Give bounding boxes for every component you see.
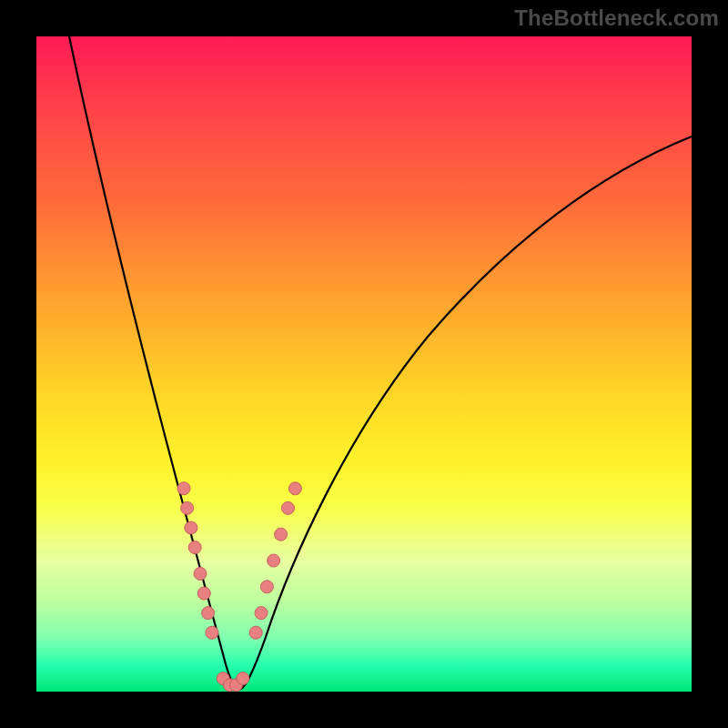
marker-dot: [249, 626, 262, 639]
marker-dot: [197, 587, 210, 600]
marker-dot: [268, 554, 280, 567]
marker-dot: [288, 482, 301, 495]
chart-frame: TheBottleneck.com: [0, 0, 728, 728]
marker-dot: [202, 607, 215, 620]
curve-svg: [36, 36, 692, 692]
marker-dot: [177, 482, 190, 495]
marker-dot: [260, 581, 273, 593]
bottleneck-curve: [69, 36, 692, 690]
marker-dot: [275, 528, 288, 541]
marker-dot: [206, 626, 218, 639]
marker-dot: [185, 521, 197, 534]
marker-dot: [282, 501, 295, 514]
marker-dot: [188, 541, 201, 554]
marker-dot: [255, 607, 268, 620]
marker-dot: [237, 672, 249, 685]
watermark-text: TheBottleneck.com: [514, 5, 719, 31]
marker-dot: [194, 567, 207, 580]
marker-dot: [181, 501, 194, 514]
plot-area: [36, 36, 692, 692]
